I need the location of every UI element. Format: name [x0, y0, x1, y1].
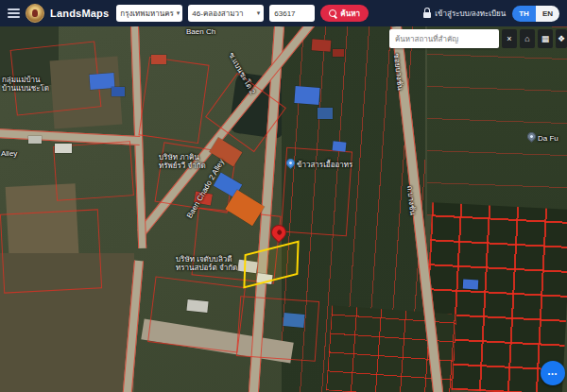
building-roof — [312, 39, 332, 51]
parcel-line — [0, 209, 102, 293]
poi-label-line: บริษัท เจดับบลิวดี — [176, 255, 237, 264]
search-button[interactable]: ค้นหา — [320, 5, 369, 22]
poi-label-da-fu: Da Fu — [538, 134, 558, 143]
poi-label-line: บ้านแบนชะโด — [2, 84, 49, 93]
map-search-input[interactable] — [389, 29, 499, 48]
building-roof — [55, 144, 72, 153]
lang-en-button[interactable]: EN — [536, 6, 559, 22]
poi-label-group: กลุ่มแม่บ้าน บ้านแบนชะโด — [2, 76, 49, 93]
map-field — [427, 26, 567, 215]
login-register-link[interactable]: เข้าสู่ระบบ/ลงทะเบียน — [423, 8, 506, 20]
search-button-label: ค้นหา — [340, 8, 360, 20]
department-of-lands-logo — [26, 4, 44, 23]
building-roof — [151, 55, 166, 64]
building-roof — [463, 280, 479, 290]
building-roof — [333, 141, 347, 151]
grid-icon: ▦ — [541, 34, 550, 43]
building-roof — [283, 313, 304, 328]
app-title: LandsMaps — [50, 8, 109, 19]
chevron-down-icon: ▾ — [257, 9, 261, 17]
search-icon — [329, 9, 336, 17]
province-select-value: กรุงเทพมหานคร — [120, 8, 173, 20]
grid-tool-button[interactable]: ▦ — [538, 29, 553, 48]
building-roof — [28, 136, 42, 144]
landsmaps-app: LandsMaps กรุงเทพมหานคร ▾ 46-คลองสามวา ▾… — [0, 0, 567, 392]
hamburger-menu-icon[interactable] — [8, 9, 20, 18]
poi-label-company2: บริษัท เจดับบลิวดี ทรานสปอร์ต จำกัด — [176, 255, 237, 272]
parcel-number-input[interactable] — [269, 5, 315, 22]
chevron-down-icon: ▾ — [177, 9, 180, 17]
district-select-value: 46-คลองสามวา — [192, 8, 243, 20]
lang-th-button[interactable]: TH — [512, 6, 536, 22]
landmark-icon: ⌂ — [524, 34, 529, 43]
top-navbar: LandsMaps กรุงเทพมหานคร ▾ 46-คลองสามวา ▾… — [0, 0, 567, 26]
lock-icon — [423, 12, 431, 18]
layers-tool-button[interactable]: ❖ — [556, 29, 567, 48]
map-canvas[interactable]: กลุ่มแม่บ้าน บ้านแบนชะโด Alley Baen Ch B… — [0, 26, 567, 392]
building-roof — [112, 87, 125, 96]
province-select[interactable]: กรุงเทพมหานคร ▾ — [116, 5, 182, 22]
close-icon: × — [507, 34, 511, 43]
ellipsis-icon: ••• — [548, 370, 558, 377]
parcel-line — [236, 296, 319, 362]
building-roof — [186, 299, 208, 313]
parcel-line — [138, 57, 209, 144]
building-roof — [318, 108, 333, 119]
building-roof — [294, 86, 319, 105]
building-roof — [333, 49, 344, 57]
poi-label-line: บริษัท ภาคิน — [159, 153, 206, 162]
map-search-clear-button[interactable]: × — [502, 29, 517, 48]
poi-label-line: ทรัพย์รวี จำกัด — [159, 162, 206, 170]
poi-label-line: ทรานสปอร์ต จำกัด — [176, 264, 237, 272]
language-toggle: TH EN — [512, 6, 559, 22]
poi-label-company1: บริษัท ภาคิน ทรัพย์รวี จำกัด — [159, 153, 206, 170]
street-label-alley: Alley — [1, 149, 17, 158]
login-label: เข้าสู่ระบบ/ลงทะเบียน — [435, 8, 506, 20]
chat-widget-button[interactable]: ••• — [541, 361, 565, 385]
street-label-baen-top: Baen Ch — [186, 27, 215, 36]
landmark-tool-button[interactable]: ⌂ — [520, 29, 535, 48]
district-select[interactable]: 46-คลองสามวา ▾ — [188, 5, 264, 22]
layers-icon: ❖ — [558, 34, 565, 43]
topbar-right: เข้าสู่ระบบ/ลงทะเบียน TH EN — [423, 6, 559, 22]
poi-label-rice-shop: ข้าวสารเอื้ออาทร — [297, 161, 352, 169]
poi-label-line: กลุ่มแม่บ้าน — [2, 76, 49, 84]
parcel-line — [147, 276, 246, 352]
